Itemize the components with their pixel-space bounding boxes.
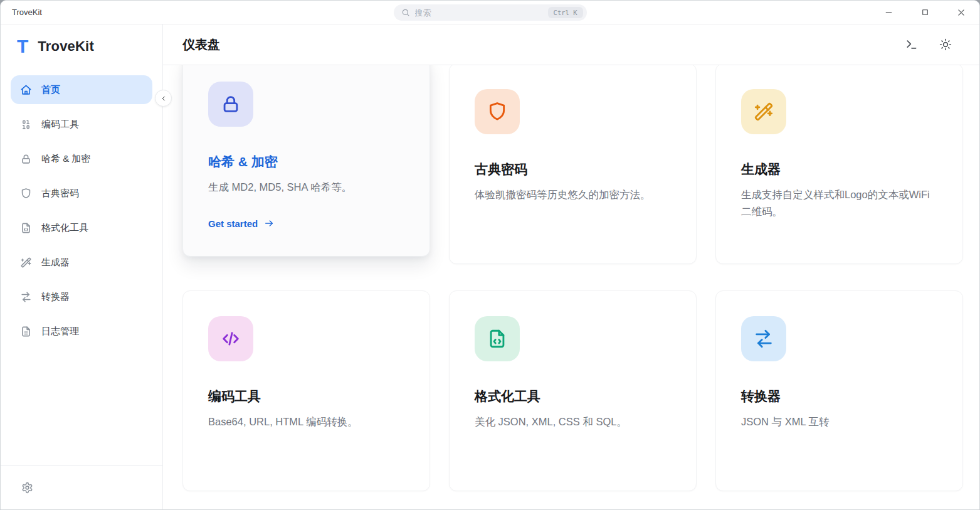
- titlebar-app-title: TroveKit: [1, 8, 42, 17]
- sun-icon: [939, 38, 952, 51]
- app-window: TroveKit Ctrl K T TroveKit: [0, 0, 980, 510]
- close-button[interactable]: [943, 1, 979, 24]
- card-classical-ciphers[interactable]: 古典密码 体验凯撒密码等历史悠久的加密方法。: [449, 65, 697, 264]
- home-icon: [20, 84, 32, 96]
- search-icon: [401, 8, 410, 17]
- file-code-icon: [20, 222, 32, 234]
- sidebar-item-home[interactable]: 首页: [11, 75, 152, 104]
- page-header: 仪表盘: [163, 24, 979, 65]
- file-code-icon: [487, 328, 508, 349]
- shield-icon: [20, 188, 32, 199]
- card-generators[interactable]: 生成器 生成支持自定义样式和Logo的文本或WiFi二维码。: [715, 65, 963, 264]
- get-started-link[interactable]: Get started: [208, 218, 404, 229]
- maximize-icon: [921, 8, 929, 16]
- card-icon-tile: [741, 89, 786, 134]
- card-description: JSON 与 XML 互转: [741, 413, 937, 430]
- sidebar-collapse-button[interactable]: [155, 90, 172, 107]
- card-description: 生成 MD2, MD5, SHA 哈希等。: [208, 179, 404, 196]
- app-logo: T TroveKit: [17, 37, 162, 56]
- card-formatters[interactable]: 格式化工具 美化 JSON, XML, CSS 和 SQL。: [449, 290, 697, 491]
- search-shortcut-badge: Ctrl K: [548, 7, 583, 18]
- lock-icon: [20, 153, 32, 165]
- sidebar-item-label: 古典密码: [41, 188, 79, 199]
- maximize-button[interactable]: [907, 1, 943, 24]
- card-icon-tile: [475, 316, 520, 361]
- card-title: 转换器: [741, 388, 937, 405]
- logo-letter-icon: T: [17, 37, 28, 56]
- sidebar-item-hash-encryption[interactable]: 哈希 & 加密: [11, 144, 152, 173]
- card-icon-tile: [475, 89, 520, 134]
- sidebar-item-formatters[interactable]: 格式化工具: [11, 213, 152, 242]
- sidebar-item-log-management[interactable]: 日志管理: [11, 317, 152, 346]
- logo-name: TroveKit: [38, 38, 94, 55]
- theme-toggle-button[interactable]: [939, 38, 952, 51]
- tool-cards-grid: 哈希 & 加密 生成 MD2, MD5, SHA 哈希等。 Get starte…: [163, 65, 979, 491]
- sidebar-item-classical-ciphers[interactable]: 古典密码: [11, 179, 152, 208]
- close-icon: [957, 8, 966, 17]
- binary-icon: [20, 119, 32, 130]
- settings-button[interactable]: [21, 482, 33, 494]
- sidebar-nav: 首页 编码工具 哈希 & 加密: [1, 75, 162, 351]
- card-title: 生成器: [741, 161, 937, 178]
- window-controls: [870, 1, 979, 24]
- card-hash-encryption[interactable]: 哈希 & 加密 生成 MD2, MD5, SHA 哈希等。 Get starte…: [182, 65, 430, 257]
- card-description: 美化 JSON, XML, CSS 和 SQL。: [475, 413, 671, 430]
- main-area: 仪表盘 哈希 & 加密: [163, 24, 979, 509]
- sidebar-item-label: 转换器: [41, 291, 70, 303]
- sidebar-item-label: 编码工具: [41, 119, 79, 130]
- sidebar-item-label: 日志管理: [41, 326, 79, 337]
- terminal-button[interactable]: [905, 38, 918, 51]
- card-title: 古典密码: [475, 161, 671, 178]
- minimize-button[interactable]: [870, 1, 907, 24]
- sidebar-item-label: 格式化工具: [41, 222, 88, 234]
- sidebar-item-label: 生成器: [41, 257, 70, 268]
- file-text-icon: [20, 326, 32, 337]
- wand-icon: [753, 101, 774, 122]
- global-search[interactable]: Ctrl K: [394, 4, 587, 21]
- shield-icon: [487, 101, 508, 122]
- get-started-label: Get started: [208, 218, 258, 229]
- code-icon: [220, 328, 241, 349]
- card-title: 编码工具: [208, 388, 404, 405]
- search-input[interactable]: [410, 8, 548, 18]
- chevron-left-icon: [160, 95, 167, 102]
- card-title: 格式化工具: [475, 388, 671, 405]
- dashboard-content: 哈希 & 加密 生成 MD2, MD5, SHA 哈希等。 Get starte…: [163, 65, 979, 509]
- card-converters[interactable]: 转换器 JSON 与 XML 互转: [715, 290, 963, 491]
- sidebar-footer: [1, 465, 162, 509]
- sidebar-item-encoding-tools[interactable]: 编码工具: [11, 110, 152, 139]
- card-description: 生成支持自定义样式和Logo的文本或WiFi二维码。: [741, 186, 937, 220]
- card-description: 体验凯撒密码等历史悠久的加密方法。: [475, 186, 671, 203]
- arrow-right-icon: [264, 218, 274, 228]
- page-title: 仪表盘: [182, 36, 220, 53]
- header-actions: [905, 38, 952, 51]
- card-icon-tile: [208, 82, 253, 127]
- card-icon-tile: [208, 316, 253, 361]
- card-title: 哈希 & 加密: [208, 153, 404, 171]
- lock-icon: [220, 93, 241, 115]
- sidebar: T TroveKit 首页 编码工具: [1, 24, 163, 509]
- wand-icon: [20, 257, 32, 268]
- sidebar-item-label: 首页: [41, 84, 60, 96]
- card-icon-tile: [741, 316, 786, 361]
- sidebar-item-label: 哈希 & 加密: [41, 153, 90, 165]
- card-encoding-tools[interactable]: 编码工具 Base64, URL, HTML 编码转换。: [182, 290, 430, 491]
- terminal-icon: [905, 38, 918, 51]
- sidebar-item-generators[interactable]: 生成器: [11, 248, 152, 277]
- sidebar-item-converters[interactable]: 转换器: [11, 282, 152, 311]
- gear-icon: [21, 482, 33, 494]
- card-description: Base64, URL, HTML 编码转换。: [208, 413, 404, 430]
- titlebar: TroveKit Ctrl K: [1, 1, 979, 24]
- minimize-icon: [885, 8, 893, 16]
- swap-arrows-icon: [20, 291, 32, 303]
- swap-arrows-icon: [753, 328, 774, 349]
